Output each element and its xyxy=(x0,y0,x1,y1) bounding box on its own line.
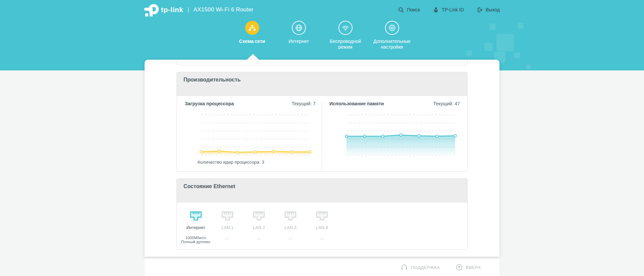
port-label: LAN 2 xyxy=(253,225,265,230)
port-lan3: LAN 3 --- xyxy=(275,211,306,250)
tab-label: Схема сети xyxy=(239,39,265,44)
port-label: LAN 3 xyxy=(284,225,297,230)
ethernet-port-icon xyxy=(221,211,233,221)
support-link[interactable]: ПОДДЕРЖКА xyxy=(400,264,440,271)
cpu-chart-title: Загрузка процессора xyxy=(185,101,234,106)
memory-chart-title: Использование памяти xyxy=(329,101,384,106)
wifi-icon xyxy=(341,24,350,32)
logout-button[interactable]: Выход xyxy=(477,7,500,13)
back-to-top-label: ВВЕРХ xyxy=(466,265,481,270)
pixel-decoration xyxy=(484,43,493,51)
back-to-top-link[interactable]: ВВЕРХ xyxy=(455,264,481,271)
gear-icon xyxy=(388,24,396,32)
port-status: --- xyxy=(288,236,292,240)
ethernet-port-icon xyxy=(284,211,297,221)
pixel-decoration xyxy=(496,34,514,51)
support-label: ПОДДЕРЖКА xyxy=(411,265,440,270)
product-title: AX1500 Wi-Fi 6 Router xyxy=(194,6,254,13)
pixel-decoration xyxy=(489,23,496,30)
port-status: --- xyxy=(320,236,324,240)
headset-icon xyxy=(400,264,408,271)
tab-network-map[interactable]: Схема сети xyxy=(229,21,275,50)
tplink-id-label: TP-Link ID xyxy=(442,7,464,12)
globe-icon xyxy=(295,24,303,32)
tplink-id-button[interactable]: TP-Link ID xyxy=(433,7,464,13)
tab-circle xyxy=(245,21,259,35)
port-lan4: LAN 4 --- xyxy=(306,211,338,250)
tab-internet[interactable]: Интернет xyxy=(275,21,322,50)
brand-separator: | xyxy=(188,7,189,13)
port-duplex: Полный дуплекс xyxy=(181,240,211,244)
person-icon xyxy=(433,7,439,13)
main-navigation: Схема сети Интернет xyxy=(229,21,415,50)
tab-circle xyxy=(338,21,353,35)
network-map-icon xyxy=(248,24,256,32)
arrow-up-circle-icon xyxy=(455,264,463,271)
pixel-decoration xyxy=(514,52,520,58)
tab-label: Дополнительные настройки xyxy=(369,39,415,50)
port-label: LAN 4 xyxy=(316,225,328,230)
topbar: tp-link | AX1500 Wi-Fi 6 Router xyxy=(144,0,254,19)
search-button[interactable]: Поиск xyxy=(398,7,420,13)
tab-advanced[interactable]: Дополнительные настройки xyxy=(369,21,415,50)
port-label: Интернет xyxy=(186,225,206,230)
search-icon xyxy=(398,7,404,13)
ethernet-port-icon xyxy=(316,211,328,221)
port-label: LAN 1 xyxy=(221,225,233,230)
brand-name: tp-link xyxy=(161,6,183,14)
port-lan2: LAN 2 --- xyxy=(243,211,275,250)
memory-chart-section: Использование памяти Текущий: 47 xyxy=(322,101,467,172)
port-internet: Интернет 1000Мбит/с Полный дуплекс xyxy=(180,211,212,250)
router-admin-page: tp-link | AX1500 Wi-Fi 6 Router Поиск TP… xyxy=(0,0,644,276)
tab-circle xyxy=(385,21,399,35)
header-quicklinks: Поиск TP-Link ID Выход xyxy=(398,0,500,19)
ethernet-card-header: Состояние Ethernet xyxy=(177,179,467,203)
tab-label: Интернет xyxy=(288,39,309,44)
ethernet-port-icon xyxy=(190,211,202,221)
tp-link-logo-icon xyxy=(144,4,160,18)
content-panel: Производительность Загрузка процессора Т… xyxy=(145,60,499,257)
cpu-cores-note: Количество ядер процессора: 3 xyxy=(198,160,322,165)
logout-icon xyxy=(477,7,483,13)
port-status: 1000Мбит/с Полный дуплекс xyxy=(181,236,211,244)
tab-wireless[interactable]: Беспроводной режим xyxy=(322,21,369,50)
active-tab-pointer xyxy=(247,54,259,60)
logout-label: Выход xyxy=(486,7,500,12)
cpu-load-chart xyxy=(201,113,310,157)
search-label: Поиск xyxy=(407,7,420,12)
pixel-decoration xyxy=(466,50,472,56)
pixel-decoration xyxy=(526,64,531,69)
port-lan1: LAN 1 --- xyxy=(212,211,243,250)
performance-body: Загрузка процессора Текущий: 7 Количеств… xyxy=(177,96,467,172)
ethernet-port-icon xyxy=(253,211,265,221)
ethernet-title: Состояние Ethernet xyxy=(183,183,235,189)
ethernet-ports-row: Интернет 1000Мбит/с Полный дуплекс LAN 1… xyxy=(177,203,467,250)
performance-card-header: Производительность xyxy=(177,72,467,96)
memory-current-value: Текущий: 47 xyxy=(433,101,460,106)
cpu-current-value: Текущий: 7 xyxy=(291,101,316,106)
pixel-decoration xyxy=(518,23,524,29)
port-status: --- xyxy=(257,236,261,240)
footer-bar: ПОДДЕРЖКА ВВЕРХ xyxy=(145,259,499,276)
performance-title: Производительность xyxy=(183,77,241,82)
port-status: --- xyxy=(225,236,229,240)
tab-label: Беспроводной режим xyxy=(322,39,369,50)
cpu-chart-section: Загрузка процессора Текущий: 7 Количеств… xyxy=(177,101,322,172)
ethernet-card: Состояние Ethernet Интернет 1000Мбит/с П… xyxy=(176,178,468,250)
port-speed: 1000Мбит/с xyxy=(181,236,211,240)
tab-circle xyxy=(292,21,306,35)
performance-card: Производительность Загрузка процессора Т… xyxy=(176,72,468,172)
scrolled-card-remnant xyxy=(176,60,468,65)
memory-usage-chart xyxy=(346,113,455,157)
